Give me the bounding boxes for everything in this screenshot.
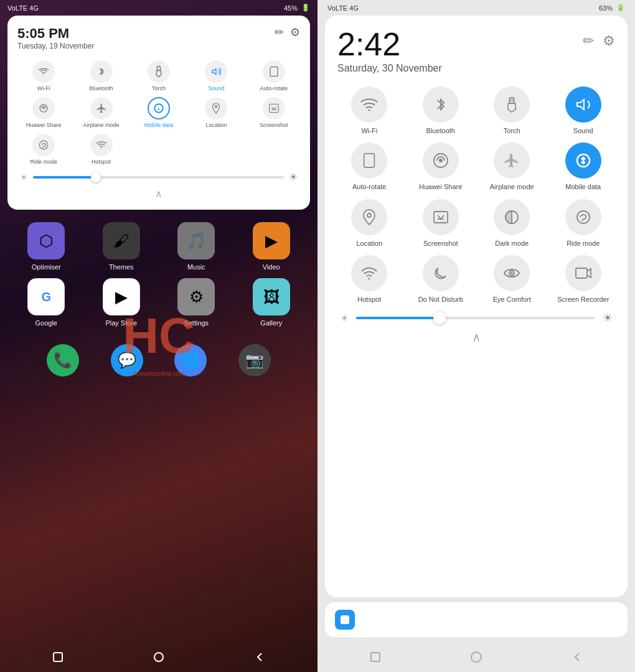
app-music[interactable]: 🎵 Music bbox=[162, 222, 230, 271]
battery-icon-right: 🔋 bbox=[616, 4, 625, 12]
settings-icon-left[interactable]: ⚙ bbox=[290, 26, 300, 39]
battery-icon-left: 🔋 bbox=[301, 4, 310, 12]
svg-point-27 bbox=[577, 211, 590, 223]
music-label: Music bbox=[187, 263, 205, 271]
bottom-notification-bar[interactable] bbox=[325, 602, 628, 637]
settings-icon-right[interactable]: ⚙ bbox=[603, 33, 615, 49]
brightness-slider-left[interactable] bbox=[33, 176, 284, 179]
eye-comfort-icon-right bbox=[494, 255, 530, 291]
toggle-right-dark-mode[interactable]: Dark mode bbox=[480, 199, 544, 248]
app-google[interactable]: G Google bbox=[12, 278, 80, 327]
toggle-right-sound[interactable]: Sound bbox=[552, 86, 616, 135]
right-panel: VoLTE 4G 63% 🔋 2:42 Saturday, 30 Novembe… bbox=[318, 0, 635, 672]
quick-grid-right-row1: Wi-Fi Bluetooth bbox=[337, 86, 615, 135]
google-label: Google bbox=[35, 319, 57, 327]
toggle-right-eye-comfort[interactable]: Eye Comfort bbox=[480, 255, 544, 304]
bluetooth-label-right: Bluetooth bbox=[426, 126, 455, 135]
toggle-right-hotspot[interactable]: Hotspot bbox=[337, 255, 402, 304]
sound-icon-right bbox=[565, 86, 601, 123]
toggle-right-screenshot[interactable]: Screenshot bbox=[409, 199, 473, 248]
panel-collapse-arrow-right[interactable]: ∧ bbox=[337, 330, 615, 345]
svg-point-12 bbox=[101, 148, 102, 149]
brightness-control-right[interactable]: ☀ ☀ bbox=[337, 311, 615, 325]
brightness-slider-right[interactable] bbox=[356, 317, 595, 319]
nav-circle-right[interactable] bbox=[469, 650, 484, 665]
svg-point-4 bbox=[43, 107, 45, 109]
toggle-right-wifi[interactable]: Wi-Fi bbox=[337, 86, 402, 135]
toggle-right-bluetooth[interactable]: Bluetooth bbox=[409, 86, 473, 135]
app-playstore[interactable]: ▶ Play Store bbox=[88, 278, 156, 327]
carrier-left: VoLTE 4G bbox=[7, 4, 39, 12]
toggle-wifi[interactable]: Wi-Fi bbox=[17, 60, 70, 92]
screenshot-icon bbox=[263, 97, 285, 119]
google-icon: G bbox=[27, 278, 65, 315]
hotspot-label: Hotspot bbox=[92, 159, 111, 166]
dock-chrome[interactable]: 🌐 bbox=[174, 344, 207, 376]
panel-collapse-arrow-left[interactable]: ∧ bbox=[17, 188, 300, 200]
svg-rect-24 bbox=[434, 212, 448, 223]
airplane-label-right: Airplane mode bbox=[490, 182, 534, 191]
dock-camera[interactable]: 📷 bbox=[238, 344, 271, 376]
nav-circle-left[interactable] bbox=[151, 650, 166, 665]
toggle-screenshot[interactable]: Screenshot bbox=[248, 97, 300, 129]
brightness-high-icon: ☀ bbox=[289, 171, 298, 183]
app-video[interactable]: ▶ Video bbox=[238, 222, 306, 271]
optimiser-label: Optimiser bbox=[32, 263, 61, 271]
brightness-low-icon: ☀ bbox=[20, 172, 28, 182]
torch-icon bbox=[148, 60, 170, 83]
app-gallery[interactable]: 🖼 Gallery bbox=[238, 278, 306, 327]
toggle-right-mobile-data[interactable]: Mobile data bbox=[552, 142, 616, 191]
toggle-sound[interactable]: Sound bbox=[190, 60, 242, 92]
settings-label: Settings bbox=[184, 319, 209, 327]
toggle-bluetooth[interactable]: Bluetooth bbox=[75, 60, 127, 92]
eye-comfort-label-right: Eye Comfort bbox=[493, 295, 531, 304]
airplane-icon-right bbox=[494, 142, 530, 179]
toggle-torch[interactable]: Torch bbox=[133, 60, 185, 92]
location-label: Location bbox=[205, 122, 227, 129]
bluetooth-icon bbox=[90, 60, 113, 83]
edit-icon-right[interactable]: ✏ bbox=[583, 33, 594, 49]
quick-grid-right-row4: Hotspot Do Not Disturb E bbox=[337, 255, 615, 304]
huawei-share-icon bbox=[32, 97, 55, 119]
hotspot-label-right: Hotspot bbox=[357, 295, 381, 304]
nav-back-right[interactable] bbox=[570, 650, 585, 665]
bluetooth-icon-right bbox=[423, 86, 459, 123]
toggle-right-autorotate[interactable]: Auto-rotate bbox=[337, 142, 402, 191]
toggle-right-screen-recorder[interactable]: Screen Recorder bbox=[552, 255, 616, 304]
nav-square-left[interactable] bbox=[50, 650, 65, 665]
themes-label: Themes bbox=[109, 263, 134, 271]
toggle-location[interactable]: Location bbox=[190, 97, 242, 129]
edit-icon-left[interactable]: ✏ bbox=[275, 26, 284, 39]
toggle-ride-mode[interactable]: Ride mode bbox=[17, 134, 70, 166]
toggle-hotspot[interactable]: Hotspot bbox=[75, 134, 127, 166]
svg-point-15 bbox=[369, 110, 370, 111]
toggle-right-dnd[interactable]: Do Not Disturb bbox=[409, 255, 473, 304]
app-themes[interactable]: 🖌 Themes bbox=[88, 222, 156, 271]
settings-icon: ⚙ bbox=[177, 278, 215, 315]
toggle-huawei-share[interactable]: Huawei Share bbox=[17, 97, 70, 129]
toggle-right-airplane[interactable]: Airplane mode bbox=[480, 142, 544, 191]
wifi-label: Wi-Fi bbox=[37, 85, 50, 92]
quick-grid-right-row3: Location Screenshot bbox=[337, 199, 615, 248]
dock-phone[interactable]: 📞 bbox=[47, 344, 79, 376]
toggle-right-huawei-share[interactable]: Huawei Share bbox=[409, 142, 473, 191]
ride-mode-label: Ride mode bbox=[30, 159, 57, 166]
toggle-right-torch[interactable]: Torch bbox=[480, 86, 544, 135]
optimiser-icon: ⬡ bbox=[27, 222, 65, 259]
toggle-autorotate[interactable]: Auto-rotate bbox=[248, 60, 300, 92]
toggle-right-location[interactable]: Location bbox=[337, 199, 402, 248]
toggle-mobile-data[interactable]: Mobile data bbox=[133, 97, 185, 129]
svg-rect-32 bbox=[341, 615, 349, 624]
mobile-data-icon bbox=[148, 97, 170, 119]
dock-messages[interactable]: 💬 bbox=[111, 344, 143, 376]
nav-square-right[interactable] bbox=[368, 650, 383, 665]
toggle-right-ride-mode[interactable]: Ride mode bbox=[552, 199, 616, 248]
nav-back-left[interactable] bbox=[252, 650, 267, 665]
toggle-airplane[interactable]: Airplane mode bbox=[75, 97, 127, 129]
app-settings[interactable]: ⚙ Settings bbox=[162, 278, 230, 327]
svg-point-8 bbox=[215, 105, 218, 108]
battery-right: 63% bbox=[599, 4, 613, 12]
app-optimiser[interactable]: ⬡ Optimiser bbox=[12, 222, 80, 271]
ride-mode-label-right: Ride mode bbox=[567, 239, 600, 248]
brightness-control-left[interactable]: ☀ ☀ bbox=[17, 171, 300, 183]
